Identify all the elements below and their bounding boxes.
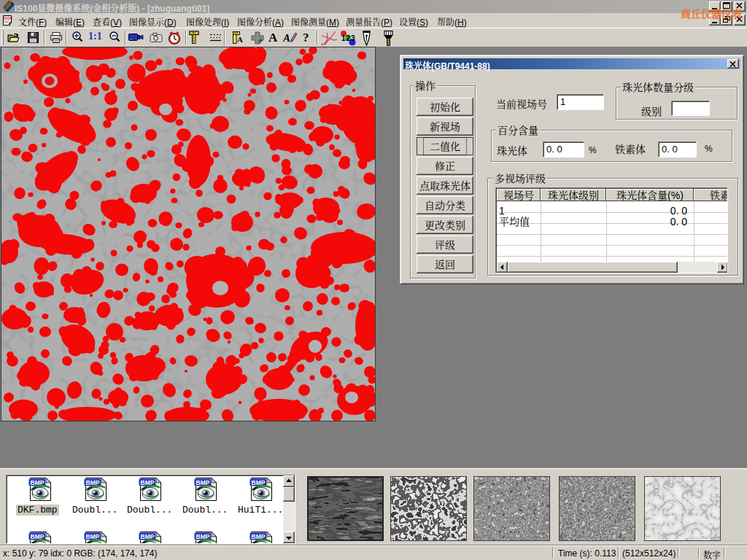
svg-text:DOC: DOC <box>4 16 12 20</box>
svg-text:2: 2 <box>347 34 351 42</box>
svg-text:A: A <box>237 35 243 44</box>
svg-text:A: A <box>283 32 290 44</box>
svg-text:1: 1 <box>341 34 346 42</box>
svg-text:3: 3 <box>351 34 355 42</box>
